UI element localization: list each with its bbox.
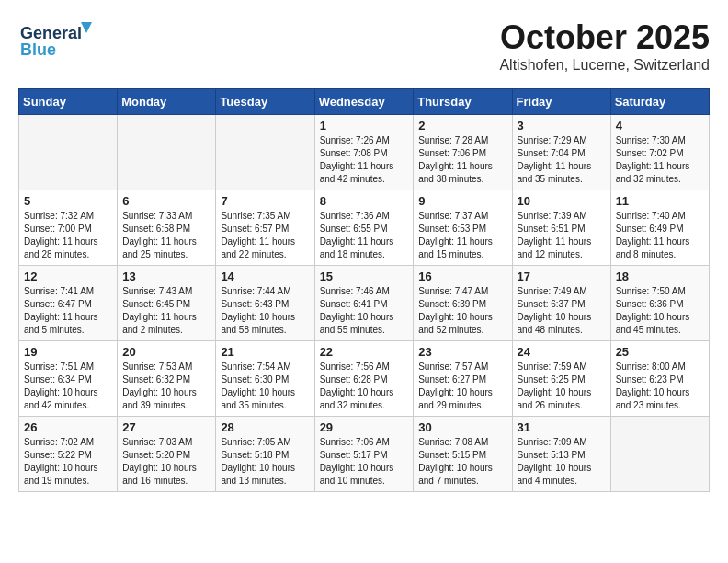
calendar-cell: 14Sunrise: 7:44 AM Sunset: 6:43 PM Dayli… — [216, 266, 314, 341]
calendar-cell: 3Sunrise: 7:29 AM Sunset: 7:04 PM Daylig… — [512, 115, 610, 190]
day-number: 6 — [122, 194, 210, 208]
calendar-cell: 9Sunrise: 7:37 AM Sunset: 6:53 PM Daylig… — [414, 190, 512, 266]
day-info: Sunrise: 7:06 AM Sunset: 5:17 PM Dayligh… — [320, 436, 409, 488]
day-number: 5 — [24, 194, 112, 208]
day-info: Sunrise: 7:02 AM Sunset: 5:22 PM Dayligh… — [24, 436, 112, 488]
day-number: 31 — [518, 420, 606, 434]
calendar-cell: 7Sunrise: 7:35 AM Sunset: 6:57 PM Daylig… — [216, 190, 314, 266]
day-info: Sunrise: 7:36 AM Sunset: 6:55 PM Dayligh… — [320, 210, 409, 261]
day-info: Sunrise: 7:47 AM Sunset: 6:39 PM Dayligh… — [418, 285, 506, 337]
calendar-cell: 17Sunrise: 7:49 AM Sunset: 6:37 PM Dayli… — [512, 266, 610, 341]
calendar-cell: 11Sunrise: 7:40 AM Sunset: 6:49 PM Dayli… — [610, 190, 709, 266]
day-number: 17 — [518, 270, 606, 283]
day-info: Sunrise: 7:29 AM Sunset: 7:04 PM Dayligh… — [518, 134, 606, 186]
month-title: October 2025 — [499, 18, 710, 57]
calendar-cell: 25Sunrise: 8:00 AM Sunset: 6:23 PM Dayli… — [610, 341, 709, 417]
day-info: Sunrise: 8:00 AM Sunset: 6:23 PM Dayligh… — [616, 361, 704, 412]
day-number: 8 — [320, 194, 409, 208]
day-info: Sunrise: 7:30 AM Sunset: 7:02 PM Dayligh… — [616, 134, 704, 186]
day-number: 9 — [418, 194, 506, 208]
calendar-week-row: 26Sunrise: 7:02 AM Sunset: 5:22 PM Dayli… — [19, 417, 710, 492]
calendar-cell: 24Sunrise: 7:59 AM Sunset: 6:25 PM Dayli… — [512, 341, 610, 417]
day-info: Sunrise: 7:28 AM Sunset: 7:06 PM Dayligh… — [418, 134, 506, 186]
day-number: 19 — [24, 345, 112, 359]
day-info: Sunrise: 7:53 AM Sunset: 6:32 PM Dayligh… — [122, 361, 210, 412]
calendar-cell — [118, 115, 216, 190]
day-info: Sunrise: 7:32 AM Sunset: 7:00 PM Dayligh… — [24, 210, 112, 261]
calendar-cell: 16Sunrise: 7:47 AM Sunset: 6:39 PM Dayli… — [414, 266, 512, 341]
day-info: Sunrise: 7:08 AM Sunset: 5:15 PM Dayligh… — [418, 436, 506, 488]
day-number: 16 — [418, 270, 506, 283]
calendar-cell: 5Sunrise: 7:32 AM Sunset: 7:00 PM Daylig… — [19, 190, 118, 266]
day-info: Sunrise: 7:56 AM Sunset: 6:28 PM Dayligh… — [320, 361, 409, 412]
day-number: 24 — [518, 345, 606, 359]
calendar-cell: 15Sunrise: 7:46 AM Sunset: 6:41 PM Dayli… — [314, 266, 414, 341]
calendar-cell: 30Sunrise: 7:08 AM Sunset: 5:15 PM Dayli… — [414, 417, 512, 492]
calendar-cell: 8Sunrise: 7:36 AM Sunset: 6:55 PM Daylig… — [314, 190, 414, 266]
day-number: 22 — [320, 345, 409, 359]
calendar-week-row: 12Sunrise: 7:41 AM Sunset: 6:47 PM Dayli… — [19, 266, 710, 341]
day-number: 20 — [122, 345, 210, 359]
day-info: Sunrise: 7:26 AM Sunset: 7:08 PM Dayligh… — [320, 134, 409, 186]
day-number: 13 — [122, 270, 210, 283]
day-info: Sunrise: 7:59 AM Sunset: 6:25 PM Dayligh… — [518, 361, 606, 412]
day-info: Sunrise: 7:03 AM Sunset: 5:20 PM Dayligh… — [122, 436, 210, 488]
calendar-cell: 23Sunrise: 7:57 AM Sunset: 6:27 PM Dayli… — [414, 341, 512, 417]
weekday-header: Thursday — [414, 89, 512, 115]
calendar-cell: 29Sunrise: 7:06 AM Sunset: 5:17 PM Dayli… — [314, 417, 414, 492]
calendar-cell: 2Sunrise: 7:28 AM Sunset: 7:06 PM Daylig… — [414, 115, 512, 190]
day-number: 23 — [418, 345, 506, 359]
calendar-cell: 18Sunrise: 7:50 AM Sunset: 6:36 PM Dayli… — [610, 266, 709, 341]
calendar-cell: 20Sunrise: 7:53 AM Sunset: 6:32 PM Dayli… — [118, 341, 216, 417]
day-info: Sunrise: 7:46 AM Sunset: 6:41 PM Dayligh… — [320, 285, 409, 337]
logo: General Blue — [18, 18, 101, 63]
calendar-week-row: 19Sunrise: 7:51 AM Sunset: 6:34 PM Dayli… — [19, 341, 710, 417]
day-number: 2 — [418, 119, 506, 132]
svg-text:Blue: Blue — [20, 40, 56, 59]
calendar-cell — [216, 115, 314, 190]
day-info: Sunrise: 7:44 AM Sunset: 6:43 PM Dayligh… — [221, 285, 309, 337]
day-info: Sunrise: 7:09 AM Sunset: 5:13 PM Dayligh… — [518, 436, 606, 488]
calendar-cell: 12Sunrise: 7:41 AM Sunset: 6:47 PM Dayli… — [19, 266, 118, 341]
weekday-header: Saturday — [610, 89, 709, 115]
weekday-header: Wednesday — [314, 89, 414, 115]
weekday-header: Tuesday — [216, 89, 314, 115]
day-number: 12 — [24, 270, 112, 283]
day-info: Sunrise: 7:50 AM Sunset: 6:36 PM Dayligh… — [616, 285, 704, 337]
day-number: 3 — [518, 119, 606, 132]
weekday-header: Friday — [512, 89, 610, 115]
day-info: Sunrise: 7:49 AM Sunset: 6:37 PM Dayligh… — [518, 285, 606, 337]
day-info: Sunrise: 7:54 AM Sunset: 6:30 PM Dayligh… — [221, 361, 309, 412]
calendar-cell: 26Sunrise: 7:02 AM Sunset: 5:22 PM Dayli… — [19, 417, 118, 492]
day-number: 1 — [320, 119, 409, 132]
day-number: 15 — [320, 270, 409, 283]
calendar-cell: 1Sunrise: 7:26 AM Sunset: 7:08 PM Daylig… — [314, 115, 414, 190]
day-number: 27 — [122, 420, 210, 434]
day-number: 10 — [518, 194, 606, 208]
day-info: Sunrise: 7:41 AM Sunset: 6:47 PM Dayligh… — [24, 285, 112, 337]
day-info: Sunrise: 7:40 AM Sunset: 6:49 PM Dayligh… — [616, 210, 704, 261]
weekday-header: Sunday — [19, 89, 118, 115]
day-info: Sunrise: 7:37 AM Sunset: 6:53 PM Dayligh… — [418, 210, 506, 261]
day-number: 30 — [418, 420, 506, 434]
calendar-cell: 28Sunrise: 7:05 AM Sunset: 5:18 PM Dayli… — [216, 417, 314, 492]
day-info: Sunrise: 7:05 AM Sunset: 5:18 PM Dayligh… — [221, 436, 309, 488]
calendar-cell: 27Sunrise: 7:03 AM Sunset: 5:20 PM Dayli… — [118, 417, 216, 492]
day-info: Sunrise: 7:35 AM Sunset: 6:57 PM Dayligh… — [221, 210, 309, 261]
logo-svg: General Blue — [18, 18, 101, 60]
weekday-header-row: SundayMondayTuesdayWednesdayThursdayFrid… — [19, 89, 710, 115]
calendar-cell — [19, 115, 118, 190]
svg-text:General: General — [20, 24, 82, 42]
calendar-cell: 6Sunrise: 7:33 AM Sunset: 6:58 PM Daylig… — [118, 190, 216, 266]
calendar-week-row: 1Sunrise: 7:26 AM Sunset: 7:08 PM Daylig… — [19, 115, 710, 190]
weekday-header: Monday — [118, 89, 216, 115]
location-title: Altishofen, Lucerne, Switzerland — [499, 57, 710, 74]
calendar-cell: 10Sunrise: 7:39 AM Sunset: 6:51 PM Dayli… — [512, 190, 610, 266]
calendar-cell: 21Sunrise: 7:54 AM Sunset: 6:30 PM Dayli… — [216, 341, 314, 417]
day-info: Sunrise: 7:33 AM Sunset: 6:58 PM Dayligh… — [122, 210, 210, 261]
calendar-week-row: 5Sunrise: 7:32 AM Sunset: 7:00 PM Daylig… — [19, 190, 710, 266]
day-number: 29 — [320, 420, 409, 434]
day-number: 4 — [616, 119, 704, 132]
day-info: Sunrise: 7:39 AM Sunset: 6:51 PM Dayligh… — [518, 210, 606, 261]
day-number: 21 — [221, 345, 309, 359]
